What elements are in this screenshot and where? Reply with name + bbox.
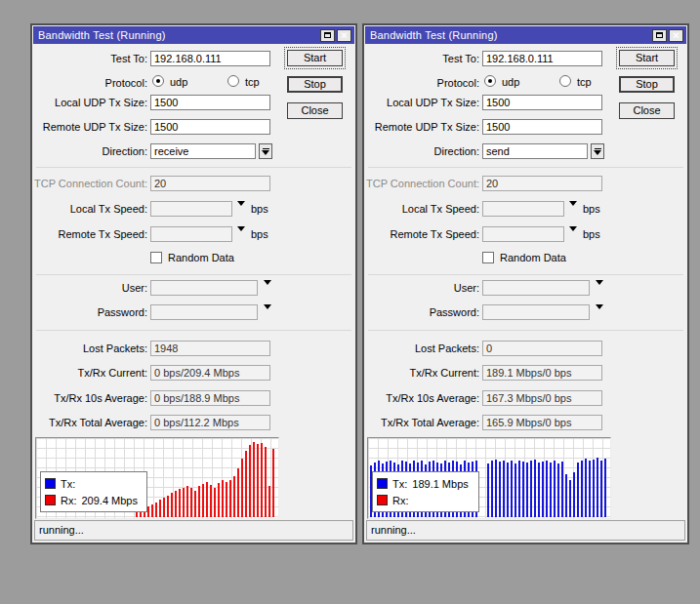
- chart-bar: [237, 468, 239, 517]
- start-button[interactable]: Start: [287, 50, 343, 66]
- password-input: [150, 304, 258, 320]
- protocol-udp-radio[interactable]: [152, 75, 164, 87]
- local-udp-tx-size-input[interactable]: [482, 95, 602, 110]
- chart-bar: [151, 504, 153, 517]
- chart-bar: [186, 486, 188, 517]
- direction-input[interactable]: [150, 143, 256, 159]
- legend-rx-value: 209.4 Mbps: [82, 495, 138, 506]
- chart-bar: [565, 474, 567, 517]
- chart-bar: [499, 462, 501, 517]
- password-label: Password:: [32, 304, 147, 320]
- password-dropdown-icon[interactable]: [264, 304, 271, 309]
- desktop: { "page": { "background": "#9c9c9c" }, "…: [0, 0, 700, 604]
- direction-dropdown-button[interactable]: [259, 143, 272, 159]
- txrx-current-value: [150, 365, 270, 381]
- txrx-10s-average-label: Tx/Rx 10s Average:: [364, 390, 479, 406]
- tx-swatch-icon: [45, 478, 56, 489]
- maximize-button[interactable]: [652, 29, 667, 42]
- chart-bar: [222, 480, 224, 517]
- protocol-udp-label: udp: [170, 75, 187, 89]
- legend-rx-label: Rx:: [61, 495, 77, 506]
- chart-bar: [577, 463, 579, 517]
- chart-bar: [593, 460, 595, 517]
- chart-bar: [241, 459, 243, 517]
- remote-udp-tx-size-label: Remote UDP Tx Size:: [32, 119, 147, 135]
- window-title: Bandwidth Test (Running): [33, 29, 320, 41]
- close-window-button[interactable]: [669, 29, 683, 42]
- txrx-total-average-value: [482, 415, 602, 430]
- window-title: Bandwidth Test (Running): [365, 29, 652, 41]
- close-window-button[interactable]: [337, 29, 351, 42]
- chart-bar: [561, 462, 563, 517]
- maximize-button[interactable]: [320, 29, 335, 42]
- local-tx-speed-input: [482, 201, 564, 217]
- remote-udp-tx-size-input[interactable]: [150, 119, 270, 135]
- remote-udp-tx-size-input[interactable]: [482, 119, 602, 135]
- lost-packets-label: Lost Packets:: [32, 341, 147, 356]
- remote-tx-speed-unit: bps: [251, 226, 268, 242]
- remote-tx-speed-input: [150, 226, 232, 242]
- chart-bar: [507, 463, 509, 517]
- local-tx-speed-dropdown-icon[interactable]: [237, 201, 245, 206]
- close-button[interactable]: Close: [619, 102, 675, 119]
- test-to-input[interactable]: [482, 51, 602, 66]
- chart-bar: [515, 463, 516, 517]
- separator: [368, 167, 683, 169]
- separator: [36, 167, 351, 169]
- local-udp-tx-size-label: Local UDP Tx Size:: [364, 95, 479, 110]
- remote-tx-speed-dropdown-icon[interactable]: [569, 226, 577, 231]
- direction-dropdown-button[interactable]: [591, 143, 604, 159]
- chart-bar: [569, 480, 571, 517]
- dropdown-arrow-icon: [594, 150, 601, 155]
- remote-tx-speed-unit: bps: [583, 226, 600, 242]
- chart-bar: [190, 488, 192, 517]
- protocol-tcp-radio[interactable]: [559, 75, 571, 87]
- chart-bar: [218, 483, 220, 517]
- chart-bar: [554, 461, 556, 517]
- chart-bar: [534, 460, 536, 517]
- direction-input[interactable]: [482, 143, 588, 159]
- protocol-tcp-radio[interactable]: [227, 75, 239, 87]
- user-dropdown-icon[interactable]: [264, 280, 271, 285]
- close-icon: [673, 29, 679, 41]
- local-udp-tx-size-input[interactable]: [150, 95, 270, 110]
- chart-bar: [206, 482, 208, 517]
- rx-swatch-icon: [377, 495, 388, 505]
- remote-tx-speed-dropdown-icon[interactable]: [237, 226, 245, 231]
- user-dropdown-icon[interactable]: [596, 280, 603, 285]
- local-tx-speed-dropdown-icon[interactable]: [569, 201, 577, 206]
- stop-button[interactable]: Stop: [619, 76, 675, 93]
- chart-bar: [233, 476, 235, 517]
- chart-bar: [183, 488, 185, 517]
- status-bar: running...: [366, 520, 685, 541]
- chart-bar: [518, 461, 520, 517]
- chart-bar: [585, 459, 587, 517]
- bandwidth-test-window: Bandwidth Test (Running) Test To: Protoc…: [362, 23, 689, 544]
- chart-bar: [226, 482, 227, 517]
- separator: [368, 274, 683, 276]
- txrx-current-label: Tx/Rx Current:: [364, 365, 479, 381]
- test-to-label: Test To:: [364, 51, 479, 66]
- remote-tx-speed-label: Remote Tx Speed:: [32, 226, 147, 242]
- chart-bar: [257, 444, 259, 517]
- tcp-connection-count-label: TCP Connection Count:: [364, 176, 479, 191]
- random-data-checkbox[interactable]: [482, 252, 494, 263]
- chart-bar: [487, 463, 489, 517]
- chart-bar: [253, 442, 255, 517]
- protocol-udp-radio[interactable]: [484, 75, 496, 87]
- password-dropdown-icon[interactable]: [596, 304, 603, 309]
- titlebar[interactable]: Bandwidth Test (Running): [33, 26, 354, 44]
- chart-bar: [511, 461, 513, 517]
- stop-button[interactable]: Stop: [287, 76, 343, 93]
- test-to-label: Test To:: [32, 51, 147, 66]
- local-tx-speed-unit: bps: [583, 201, 600, 217]
- password-input: [482, 304, 590, 320]
- titlebar[interactable]: Bandwidth Test (Running): [365, 26, 686, 44]
- chart-bar: [175, 491, 177, 517]
- legend-tx-row: Tx:: [45, 475, 143, 492]
- random-data-checkbox[interactable]: [150, 252, 162, 263]
- test-to-input[interactable]: [150, 51, 270, 66]
- start-button[interactable]: Start: [619, 50, 675, 66]
- random-data-label: Random Data: [500, 251, 566, 265]
- close-button[interactable]: Close: [287, 102, 343, 119]
